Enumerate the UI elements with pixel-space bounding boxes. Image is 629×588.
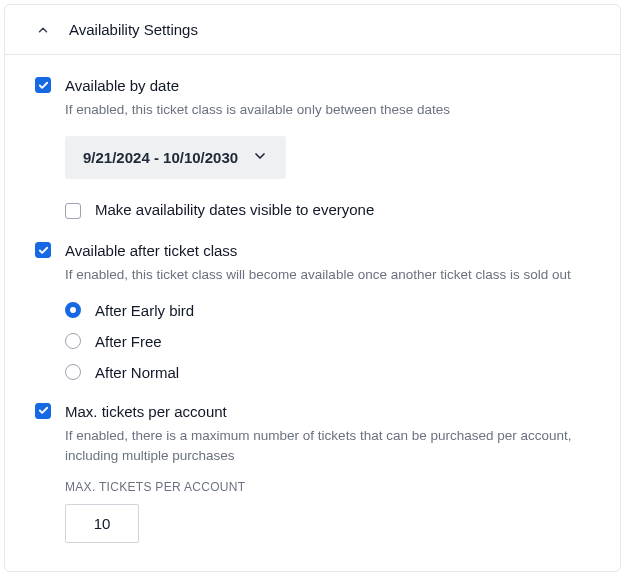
radio-option-normal[interactable]: After Normal bbox=[65, 364, 590, 381]
available-by-date-description: If enabled, this ticket class is availab… bbox=[65, 100, 590, 120]
max-tickets-input[interactable] bbox=[65, 504, 139, 543]
panel-title: Availability Settings bbox=[69, 21, 198, 38]
available-by-date-label: Available by date bbox=[65, 75, 590, 96]
radio-label-early-bird: After Early bird bbox=[95, 302, 194, 319]
available-after-checkbox[interactable] bbox=[35, 242, 51, 258]
available-after-description: If enabled, this ticket class will becom… bbox=[65, 265, 590, 285]
setting-available-after: Available after ticket class If enabled,… bbox=[35, 240, 590, 380]
chevron-down-icon bbox=[252, 148, 268, 167]
available-after-label: Available after ticket class bbox=[65, 240, 590, 261]
setting-available-by-date: Available by date If enabled, this ticke… bbox=[35, 75, 590, 220]
max-tickets-description: If enabled, there is a maximum number of… bbox=[65, 426, 590, 467]
panel-header[interactable]: Availability Settings bbox=[5, 5, 620, 55]
max-tickets-caption: MAX. TICKETS PER ACCOUNT bbox=[65, 480, 590, 494]
radio-label-normal: After Normal bbox=[95, 364, 179, 381]
date-range-value: 9/21/2024 - 10/10/2030 bbox=[83, 149, 238, 166]
radio-option-free[interactable]: After Free bbox=[65, 333, 590, 350]
availability-settings-panel: Availability Settings Available by date … bbox=[4, 4, 621, 572]
panel-body: Available by date If enabled, this ticke… bbox=[5, 55, 620, 571]
radio-option-early-bird[interactable]: After Early bird bbox=[65, 302, 590, 319]
visibility-label: Make availability dates visible to every… bbox=[95, 199, 374, 220]
date-range-picker[interactable]: 9/21/2024 - 10/10/2030 bbox=[65, 136, 286, 179]
radio-label-free: After Free bbox=[95, 333, 162, 350]
available-by-date-checkbox[interactable] bbox=[35, 77, 51, 93]
setting-max-tickets: Max. tickets per account If enabled, the… bbox=[35, 401, 590, 544]
visibility-checkbox[interactable] bbox=[65, 203, 81, 219]
radio-normal[interactable] bbox=[65, 364, 81, 380]
radio-free[interactable] bbox=[65, 333, 81, 349]
chevron-up-icon bbox=[35, 22, 51, 38]
max-tickets-checkbox[interactable] bbox=[35, 403, 51, 419]
max-tickets-label: Max. tickets per account bbox=[65, 401, 590, 422]
after-ticket-radio-group: After Early bird After Free After Normal bbox=[65, 302, 590, 381]
radio-early-bird[interactable] bbox=[65, 302, 81, 318]
